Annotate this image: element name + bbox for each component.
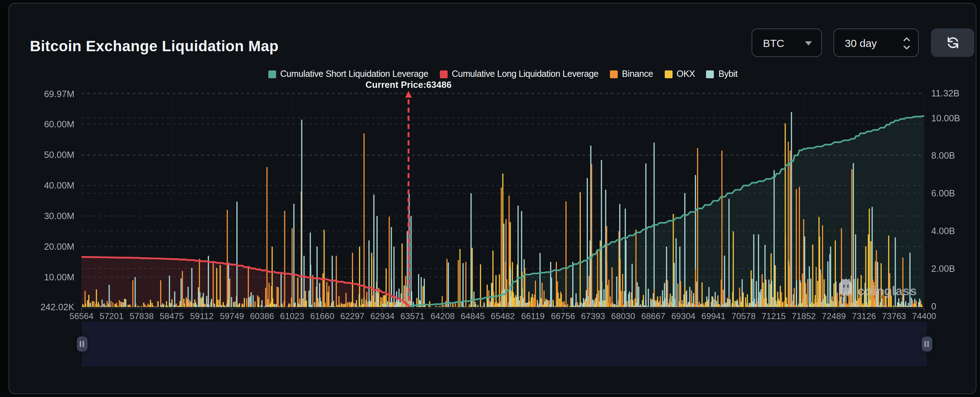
svg-text:57838: 57838 — [129, 311, 154, 321]
spinner-arrows-icon — [903, 35, 910, 52]
svg-text:67393: 67393 — [581, 311, 605, 321]
svg-text:0: 0 — [931, 301, 936, 311]
svg-text:64208: 64208 — [431, 311, 455, 321]
legend-swatch-icon — [706, 70, 714, 78]
svg-text:60.00M: 60.00M — [44, 119, 74, 129]
svg-text:64845: 64845 — [461, 311, 485, 321]
svg-text:62934: 62934 — [371, 311, 395, 321]
coin-select[interactable]: BTC — [751, 29, 822, 57]
chart-legend: Cumulative Short Liquidation LeverageCum… — [81, 69, 924, 79]
legend-swatch-icon — [439, 70, 447, 78]
svg-text:11.32B: 11.32B — [931, 88, 959, 98]
svg-text:242.02K: 242.02K — [41, 302, 74, 312]
svg-text:4.00B: 4.00B — [931, 226, 955, 236]
liquidation-map-panel: Bitcoin Exchange Liquidation Map BTC 30 … — [8, 3, 977, 394]
svg-text:40.00M: 40.00M — [44, 180, 74, 190]
cumulative-lines — [81, 116, 924, 307]
current-price-marker: Current Price:63486 — [366, 80, 452, 307]
legend-item-0[interactable]: Cumulative Short Liquidation Leverage — [268, 69, 428, 79]
coinglass-watermark: coinglass — [840, 278, 917, 298]
svg-text:50.00M: 50.00M — [44, 150, 74, 160]
svg-text:57201: 57201 — [100, 311, 124, 321]
legend-item-4[interactable]: Bybit — [706, 69, 738, 79]
svg-text:69941: 69941 — [702, 311, 725, 321]
svg-text:66119: 66119 — [521, 311, 545, 321]
page-scale-wrapper: Bitcoin Exchange Liquidation Map BTC 30 … — [0, 0, 980, 397]
chart-range-navigator[interactable] — [82, 322, 927, 367]
svg-text:60386: 60386 — [250, 311, 274, 321]
period-select[interactable]: 30 day — [834, 29, 919, 57]
legend-item-label: Binance — [622, 69, 653, 79]
svg-text:59749: 59749 — [220, 311, 244, 321]
svg-text:63571: 63571 — [400, 311, 425, 321]
refresh-button[interactable] — [931, 29, 974, 57]
refresh-icon — [945, 35, 961, 51]
svg-text:69304: 69304 — [671, 311, 696, 321]
page-title: Bitcoin Exchange Liquidation Map — [30, 38, 278, 55]
svg-text:58475: 58475 — [160, 311, 184, 321]
svg-text:73126: 73126 — [852, 311, 876, 321]
gridlines — [81, 93, 924, 307]
period-select-value: 30 day — [845, 37, 877, 49]
liquidation-bars — [82, 112, 923, 307]
svg-text:71852: 71852 — [792, 311, 816, 321]
svg-text:68667: 68667 — [641, 311, 665, 321]
svg-text:30.00M: 30.00M — [44, 211, 74, 221]
legend-item-label: OKX — [676, 69, 695, 79]
svg-text:74400: 74400 — [912, 311, 936, 321]
svg-text:61660: 61660 — [310, 311, 334, 321]
svg-text:6.00B: 6.00B — [931, 188, 955, 198]
svg-text:72489: 72489 — [822, 311, 846, 321]
svg-text:69.97M: 69.97M — [44, 89, 74, 99]
legend-item-label: Cumulative Short Liquidation Leverage — [280, 69, 428, 79]
legend-item-2[interactable]: Binance — [610, 69, 653, 79]
coin-select-value: BTC — [763, 37, 784, 49]
legend-item-label: Cumulative Long Liquidation Leverage — [452, 69, 598, 79]
current-price-label: Current Price:63486 — [366, 80, 452, 90]
svg-text:70578: 70578 — [732, 311, 756, 321]
svg-text:68030: 68030 — [611, 311, 635, 321]
svg-text:73763: 73763 — [882, 311, 906, 321]
svg-text:66756: 66756 — [551, 311, 575, 321]
chevron-down-icon — [805, 41, 812, 46]
legend-item-1[interactable]: Cumulative Long Liquidation Leverage — [439, 69, 598, 79]
y-axis-left-labels: 242.02K10.00M20.00M30.00M40.00M50.00M60.… — [41, 89, 74, 312]
legend-swatch-icon — [610, 70, 618, 78]
cumulative-area-fills — [81, 116, 924, 307]
legend-item-3[interactable]: OKX — [664, 69, 695, 79]
svg-text:2.00B: 2.00B — [931, 264, 955, 273]
coinglass-wordmark: coinglass — [858, 284, 917, 298]
svg-text:8.00B: 8.00B — [931, 151, 955, 160]
y-axis-right-labels: 02.00B4.00B6.00B8.00B10.00B11.32B — [931, 88, 960, 311]
svg-text:10.00B: 10.00B — [931, 113, 960, 123]
legend-item-label: Bybit — [719, 69, 738, 79]
short-liquidation-line — [409, 116, 924, 306]
svg-text:59112: 59112 — [190, 311, 213, 321]
long-liquidation-line — [81, 257, 409, 306]
svg-text:20.00M: 20.00M — [44, 241, 74, 251]
svg-text:65482: 65482 — [491, 311, 515, 321]
legend-swatch-icon — [664, 70, 672, 78]
x-axis: 5656457201578385847559112597496038661023… — [69, 308, 936, 321]
svg-text:56564: 56564 — [69, 311, 94, 321]
navigator-left-handle[interactable] — [76, 337, 87, 351]
navigator-right-handle[interactable] — [921, 337, 932, 351]
svg-text:62297: 62297 — [340, 311, 364, 321]
legend-swatch-icon — [268, 70, 276, 78]
svg-text:10.00M: 10.00M — [44, 272, 74, 282]
svg-text:71215: 71215 — [762, 311, 786, 321]
svg-text:61023: 61023 — [280, 311, 304, 321]
coinglass-ghost-icon — [840, 278, 852, 297]
